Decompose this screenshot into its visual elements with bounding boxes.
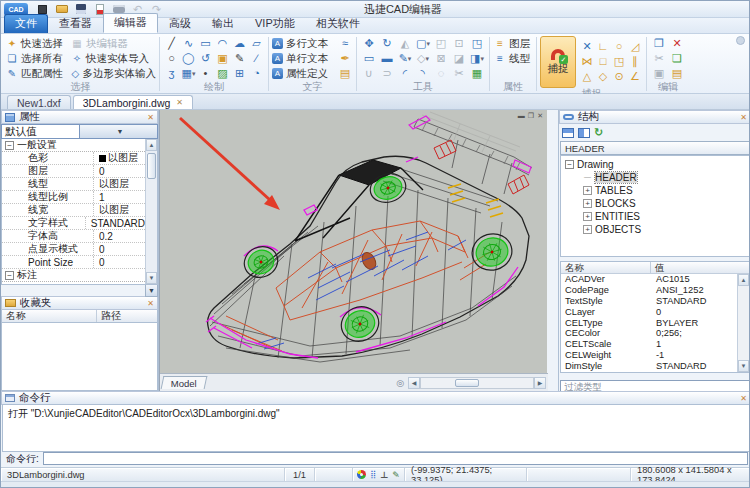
snap-parallel-icon[interactable]: ∥ bbox=[627, 54, 643, 69]
collapse-icon[interactable] bbox=[565, 160, 574, 169]
expand-icon[interactable] bbox=[583, 186, 592, 195]
tree-node-tables[interactable]: TABLES bbox=[561, 184, 749, 197]
snap-intersection-icon[interactable]: ∠ bbox=[627, 69, 643, 84]
tree-node-objects[interactable]: OBJECTS bbox=[561, 223, 749, 236]
single-text-button[interactable]: 单行文本 bbox=[272, 51, 334, 66]
drawing-canvas[interactable]: ▬ ❐ ✕ bbox=[159, 110, 547, 391]
copy-object-icon[interactable]: ⊡▾ bbox=[450, 36, 468, 51]
select-all-button[interactable]: ❏选择所有 bbox=[5, 51, 67, 66]
lengthen-icon[interactable]: ⊠▾ bbox=[432, 51, 450, 66]
chamfer-edge-icon[interactable]: ◨▾ bbox=[468, 51, 486, 66]
delete-icon[interactable]: ▦▾ bbox=[468, 66, 486, 81]
refresh-icon[interactable]: ↻ bbox=[594, 127, 603, 138]
snap-tangent-icon[interactable]: ⊙ bbox=[611, 69, 627, 84]
ortho-icon[interactable]: ⊥ bbox=[380, 470, 388, 480]
paste-block-icon[interactable]: ▤ bbox=[668, 66, 686, 81]
scroll-down-icon[interactable]: ▼ bbox=[738, 360, 749, 372]
polygon-entity-input-button[interactable]: ◇多边形实体输入 bbox=[70, 66, 156, 81]
linetype-button[interactable]: ≡线型 bbox=[493, 51, 533, 66]
copy-icon[interactable]: ❐ bbox=[650, 36, 668, 51]
layer-button[interactable]: ≡图层 bbox=[493, 36, 533, 51]
table-row[interactable]: TextStyle STANDARD bbox=[561, 296, 737, 307]
table-row[interactable]: CLayer 0 bbox=[561, 306, 737, 317]
column-header-value[interactable]: 值 bbox=[651, 262, 749, 273]
quick-select-button[interactable]: ✦快速选择 bbox=[5, 36, 67, 51]
close-icon[interactable]: ✕ bbox=[147, 299, 154, 308]
scroll-up-icon[interactable]: ▲ bbox=[738, 274, 749, 286]
attribute-define-button[interactable]: 属性定义 bbox=[272, 66, 334, 81]
scale-icon[interactable]: ✎▾ bbox=[396, 51, 414, 66]
image-icon[interactable]: ▨▾ bbox=[214, 66, 231, 81]
stretch-icon[interactable]: ◇▾ bbox=[414, 51, 432, 66]
menu-tab-vip[interactable]: VIP功能 bbox=[245, 15, 305, 33]
prop-group-dimension[interactable]: 标注 bbox=[2, 269, 145, 282]
delete-entity-icon[interactable]: ✕ bbox=[668, 36, 686, 51]
snap-off-icon[interactable]: ✕ bbox=[579, 39, 595, 54]
expand-icon[interactable] bbox=[583, 212, 592, 221]
copy-base-icon[interactable]: ▣ bbox=[650, 66, 668, 81]
arc-icon[interactable]: ◠▾ bbox=[214, 36, 231, 51]
cut-icon[interactable]: ✂ bbox=[650, 51, 668, 66]
region-icon[interactable]: ◔▾ bbox=[248, 66, 265, 81]
orbit-color-icon[interactable] bbox=[357, 470, 366, 479]
scroll-up-icon[interactable]: ▲ bbox=[146, 139, 157, 151]
arc3p-icon[interactable]: ↺▾ bbox=[197, 51, 214, 66]
open-file-icon[interactable] bbox=[53, 2, 70, 16]
property-grid-scrollbar[interactable]: ▲ ▼ bbox=[145, 139, 157, 284]
text-pen-icon[interactable]: ✒ bbox=[337, 51, 353, 66]
menu-tab-advanced[interactable]: 高级 bbox=[159, 15, 201, 33]
snap-endpoint-icon[interactable]: ∟ bbox=[595, 39, 611, 54]
expand-icon[interactable] bbox=[583, 173, 592, 182]
tree-node-entities[interactable]: ENTITIES bbox=[561, 210, 749, 223]
close-icon[interactable]: ✕ bbox=[740, 394, 747, 403]
snap-insertion-icon[interactable]: ⋈ bbox=[579, 54, 595, 69]
scrollbar-thumb[interactable] bbox=[455, 379, 479, 387]
expand-icon[interactable] bbox=[583, 199, 592, 208]
scroll-right-icon[interactable]: ▶ bbox=[534, 377, 546, 389]
minimize-icon[interactable]: ▬ bbox=[518, 112, 525, 120]
snap-toggle-button[interactable]: ✓ 捕捉 bbox=[540, 36, 576, 88]
weld-icon[interactable]: ⊃▾ bbox=[378, 66, 396, 81]
split-horizontal-icon[interactable] bbox=[562, 128, 574, 138]
chevron-down-icon[interactable]: ▼ bbox=[145, 284, 158, 297]
chamfer-icon[interactable]: ◝▾ bbox=[414, 66, 432, 81]
doc-tab-lamborgini[interactable]: 3DLamborgini.dwg✕ bbox=[73, 95, 193, 109]
close-icon[interactable]: ✕ bbox=[740, 113, 747, 122]
block-icon[interactable]: ▣▾ bbox=[214, 51, 231, 66]
join-icon[interactable]: ∪▾ bbox=[360, 66, 378, 81]
table-row[interactable]: CELWeight -1 bbox=[561, 350, 737, 361]
divide-icon[interactable]: ◌▾ bbox=[432, 66, 450, 81]
circle-icon[interactable]: ○▾ bbox=[163, 51, 180, 66]
horizontal-scrollbar[interactable]: ◀ ▶ bbox=[408, 377, 546, 389]
extend-icon[interactable]: ▬▾ bbox=[378, 51, 396, 66]
fillet-icon[interactable]: ◜▾ bbox=[396, 66, 414, 81]
scroll-left-icon[interactable]: ◀ bbox=[408, 377, 420, 389]
move-icon[interactable]: ✥▾ bbox=[360, 36, 378, 51]
favorites-col-name[interactable]: 名称 bbox=[2, 310, 97, 322]
menu-tab-editor[interactable]: 编辑器 bbox=[103, 13, 158, 33]
save-icon[interactable] bbox=[72, 2, 89, 16]
line-icon[interactable]: ╱▾ bbox=[163, 36, 180, 51]
restore-icon[interactable]: ❐ bbox=[528, 112, 534, 120]
collapse-icon[interactable] bbox=[5, 141, 14, 150]
close-icon[interactable]: ✕ bbox=[147, 113, 154, 122]
ellipse-icon[interactable]: ◯▾ bbox=[180, 51, 197, 66]
snap-midpoint-icon[interactable]: △ bbox=[579, 69, 595, 84]
chevron-down-icon[interactable]: ▼ bbox=[79, 125, 157, 138]
tree-node-drawing[interactable]: Drawing bbox=[561, 158, 749, 171]
column-header-name[interactable]: 名称 bbox=[561, 262, 651, 273]
rotate-icon[interactable]: ↻▾ bbox=[378, 36, 396, 51]
trim-icon[interactable]: ▭▾ bbox=[360, 51, 378, 66]
doc-tab-new1[interactable]: New1.dxf bbox=[7, 95, 71, 109]
structure-filter-bar[interactable]: HEADER bbox=[560, 141, 750, 155]
property-row[interactable]: 点显示模式 0 bbox=[2, 243, 145, 256]
hatch-icon[interactable]: ▦▾ bbox=[180, 66, 197, 81]
model-space[interactable] bbox=[160, 110, 548, 373]
table-icon[interactable]: ⊞▾ bbox=[231, 66, 248, 81]
favorites-col-path[interactable]: 路径 bbox=[97, 310, 157, 322]
snap-node-icon[interactable]: □ bbox=[595, 54, 611, 69]
snap-quadrant-icon[interactable]: ◳ bbox=[611, 54, 627, 69]
menu-tab-related[interactable]: 相关软件 bbox=[306, 15, 370, 33]
menu-tab-file[interactable]: 文件 bbox=[4, 14, 48, 33]
property-row[interactable]: 色彩 以图层 bbox=[2, 152, 145, 165]
